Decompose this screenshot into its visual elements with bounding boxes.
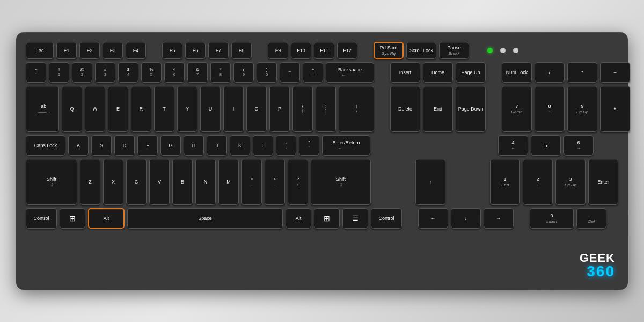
key-num7[interactable]: 7Home: [502, 86, 532, 132]
key-6[interactable]: ^6: [164, 62, 185, 83]
key-prtscn[interactable]: Prt ScrnSys Rq: [374, 42, 404, 59]
key-3[interactable]: #3: [95, 62, 115, 83]
key-f1[interactable]: F1: [56, 42, 77, 59]
key-numdot[interactable]: .Del: [576, 208, 606, 229]
key-f5[interactable]: F5: [162, 42, 182, 59]
key-num-star[interactable]: *: [567, 62, 597, 83]
key-rshift[interactable]: Shift⇧: [311, 159, 371, 205]
key-f8[interactable]: F8: [231, 42, 252, 59]
key-l[interactable]: L: [253, 135, 273, 156]
key-c[interactable]: C: [126, 159, 147, 205]
key-num9[interactable]: 9Pg Up: [567, 86, 597, 132]
key-numpad-enter[interactable]: Enter: [588, 159, 618, 205]
key-f11[interactable]: F11: [314, 42, 334, 59]
key-lwin[interactable]: ⊞: [60, 208, 85, 229]
key-num-slash[interactable]: /: [535, 62, 565, 83]
key-num3[interactable]: 3Pg Dn: [555, 159, 586, 205]
key-y[interactable]: Y: [177, 86, 197, 132]
key-n[interactable]: N: [195, 159, 216, 205]
key-2[interactable]: @2: [72, 62, 92, 83]
key-7[interactable]: &7: [187, 62, 208, 83]
key-s[interactable]: S: [91, 135, 112, 156]
key-e[interactable]: E: [108, 86, 128, 132]
key-space[interactable]: Space: [127, 208, 283, 229]
key-0[interactable]: )0: [257, 62, 277, 83]
key-u[interactable]: U: [200, 86, 221, 132]
key-4[interactable]: $4: [118, 62, 138, 83]
key-end[interactable]: End: [423, 86, 453, 132]
key-1[interactable]: !1: [49, 62, 69, 83]
key-lctrl[interactable]: Control: [26, 208, 57, 229]
key-backtick[interactable]: ~`: [26, 62, 46, 83]
key-semicolon[interactable]: :;: [276, 135, 296, 156]
key-period[interactable]: >.: [265, 159, 285, 205]
key-comma[interactable]: <,: [241, 159, 262, 205]
key-p[interactable]: P: [269, 86, 290, 132]
key-left[interactable]: ←: [418, 208, 448, 229]
key-f9[interactable]: F9: [268, 42, 288, 59]
key-tab[interactable]: Tab←——→: [26, 86, 59, 132]
key-slash[interactable]: ?/: [288, 159, 308, 205]
key-ralt[interactable]: Alt: [286, 208, 311, 229]
key-9[interactable]: (9: [233, 62, 254, 83]
key-num4[interactable]: 4←: [498, 135, 528, 156]
key-rbracket[interactable]: }]: [316, 86, 336, 132]
key-x[interactable]: X: [103, 159, 123, 205]
key-num8[interactable]: 8↑: [535, 86, 565, 132]
key-right[interactable]: →: [484, 208, 514, 229]
key-insert[interactable]: Insert: [390, 62, 420, 83]
key-up[interactable]: ↑: [415, 159, 445, 205]
key-f3[interactable]: F3: [103, 42, 123, 59]
key-enter[interactable]: Enter/Return←———: [322, 135, 370, 156]
key-capslock[interactable]: Caps Lock: [26, 135, 65, 156]
key-pagedown[interactable]: Page Down: [456, 86, 486, 132]
key-down[interactable]: ↓: [451, 208, 481, 229]
key-backslash[interactable]: |\: [339, 86, 374, 132]
key-f6[interactable]: F6: [185, 42, 206, 59]
key-8[interactable]: *8: [210, 62, 231, 83]
key-j[interactable]: J: [207, 135, 227, 156]
key-pageup[interactable]: Page Up: [456, 62, 486, 83]
key-num-plus[interactable]: +: [600, 86, 630, 132]
key-minus[interactable]: _-: [280, 62, 300, 83]
key-backspace[interactable]: Backspace←———: [326, 62, 374, 83]
key-home[interactable]: Home: [423, 62, 453, 83]
key-a[interactable]: A: [68, 135, 89, 156]
key-k[interactable]: K: [230, 135, 250, 156]
key-num6[interactable]: 6→: [564, 135, 594, 156]
key-d[interactable]: D: [114, 135, 135, 156]
key-rwin[interactable]: ⊞: [314, 208, 340, 229]
key-f12[interactable]: F12: [337, 42, 357, 59]
key-num1[interactable]: 1End: [490, 159, 520, 205]
key-scroll-lock[interactable]: Scroll Lock: [406, 42, 436, 59]
key-5[interactable]: %5: [141, 62, 162, 83]
key-h[interactable]: H: [184, 135, 204, 156]
key-z[interactable]: Z: [80, 159, 100, 205]
key-w[interactable]: W: [85, 86, 105, 132]
key-b[interactable]: B: [172, 159, 193, 205]
key-f7[interactable]: F7: [208, 42, 229, 59]
key-numlock[interactable]: Num Lock: [502, 62, 532, 83]
key-delete[interactable]: Delete: [390, 86, 420, 132]
key-lshift[interactable]: Shift⇧: [26, 159, 77, 205]
key-f[interactable]: F: [137, 135, 158, 156]
key-f10[interactable]: F10: [291, 42, 311, 59]
key-f4[interactable]: F4: [126, 42, 146, 59]
key-num-minus[interactable]: –: [600, 62, 630, 83]
key-m[interactable]: M: [218, 159, 239, 205]
key-pause[interactable]: PauseBreak: [439, 42, 469, 59]
key-quote[interactable]: "': [299, 135, 319, 156]
key-menu[interactable]: ☰: [342, 208, 368, 229]
key-i[interactable]: I: [223, 86, 244, 132]
key-rctrl[interactable]: Control: [371, 208, 402, 229]
key-num2[interactable]: 2↓: [523, 159, 553, 205]
key-num0[interactable]: 0Insert: [530, 208, 574, 229]
key-v[interactable]: V: [149, 159, 170, 205]
key-num5[interactable]: 5: [531, 135, 561, 156]
key-esc[interactable]: Esc: [26, 42, 54, 59]
key-lalt[interactable]: Alt: [88, 208, 125, 229]
key-lbracket[interactable]: {[: [292, 86, 313, 132]
key-r[interactable]: R: [131, 86, 151, 132]
key-q[interactable]: Q: [62, 86, 82, 132]
key-equals[interactable]: +=: [303, 62, 323, 83]
